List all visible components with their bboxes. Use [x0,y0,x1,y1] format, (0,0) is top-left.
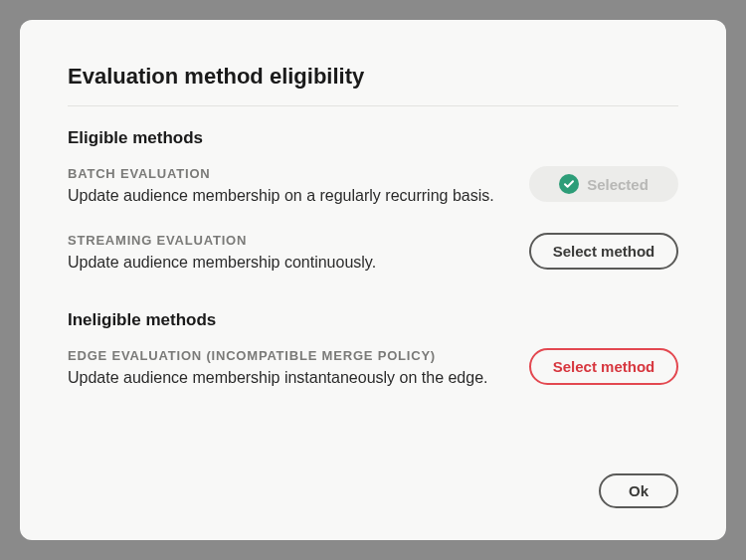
method-label-batch: BATCH EVALUATION [68,166,509,181]
dialog-footer: Ok [599,473,678,508]
selected-button-batch[interactable]: Selected [529,166,678,202]
eligible-methods-header: Eligible methods [68,128,678,148]
dialog: Evaluation method eligibility Eligible m… [20,20,726,540]
method-text: EDGE EVALUATION (INCOMPATIBLE MERGE POLI… [68,348,529,389]
method-row-batch: BATCH EVALUATION Update audience members… [68,166,678,207]
divider [68,105,678,106]
method-desc-edge: Update audience membership instantaneous… [68,367,509,389]
ok-button[interactable]: Ok [599,473,678,508]
method-label-streaming: STREAMING EVALUATION [68,233,509,248]
select-method-button-streaming[interactable]: Select method [529,233,678,270]
method-row-streaming: STREAMING EVALUATION Update audience mem… [68,233,678,274]
method-desc-streaming: Update audience membership continuously. [68,252,509,274]
ineligible-methods-header: Ineligible methods [68,310,678,330]
method-row-edge: EDGE EVALUATION (INCOMPATIBLE MERGE POLI… [68,348,678,389]
method-label-edge: EDGE EVALUATION (INCOMPATIBLE MERGE POLI… [68,348,509,363]
check-icon [559,174,579,194]
method-text: STREAMING EVALUATION Update audience mem… [68,233,529,274]
select-method-button-edge[interactable]: Select method [529,348,678,385]
method-text: BATCH EVALUATION Update audience members… [68,166,529,207]
dialog-title: Evaluation method eligibility [68,64,678,90]
method-desc-batch: Update audience membership on a regularl… [68,185,509,207]
selected-button-label: Selected [587,176,649,193]
